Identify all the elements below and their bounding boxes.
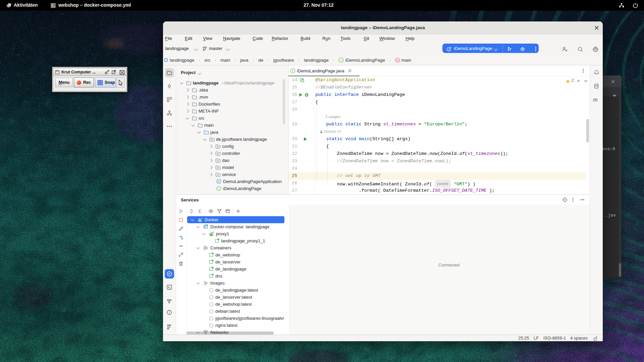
svg-text:I: I — [341, 59, 342, 62]
svg-text:I: I — [292, 69, 293, 73]
svg-text:m: m — [396, 58, 399, 62]
svg-text:!: ! — [568, 80, 568, 83]
